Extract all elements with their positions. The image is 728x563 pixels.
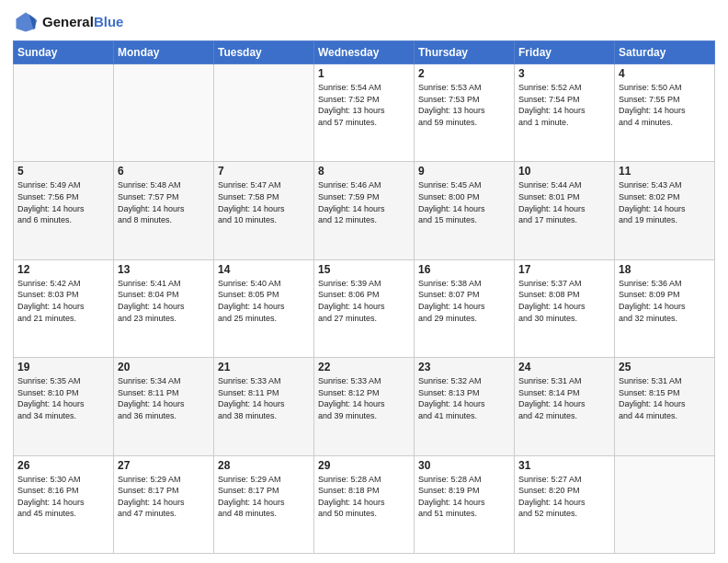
- calendar-cell: 26Sunrise: 5:30 AM Sunset: 8:16 PM Dayli…: [14, 455, 114, 553]
- calendar-cell: 30Sunrise: 5:28 AM Sunset: 8:19 PM Dayli…: [415, 455, 515, 553]
- day-number: 25: [619, 361, 711, 373]
- calendar-cell: [615, 455, 715, 553]
- cell-text: Sunrise: 5:29 AM Sunset: 8:17 PM Dayligh…: [218, 474, 310, 520]
- day-header-monday: Monday: [114, 41, 214, 64]
- calendar-cell: 29Sunrise: 5:28 AM Sunset: 8:18 PM Dayli…: [314, 455, 415, 553]
- calendar-cell: 9Sunrise: 5:45 AM Sunset: 8:00 PM Daylig…: [415, 162, 515, 259]
- calendar-cell: 19Sunrise: 5:35 AM Sunset: 8:10 PM Dayli…: [14, 358, 114, 455]
- day-number: 1: [318, 67, 410, 80]
- day-number: 27: [118, 459, 210, 472]
- day-header-saturday: Saturday: [615, 41, 715, 64]
- calendar-cell: [114, 64, 214, 162]
- calendar-cell: 11Sunrise: 5:43 AM Sunset: 8:02 PM Dayli…: [615, 162, 715, 259]
- cell-text: Sunrise: 5:30 AM Sunset: 8:16 PM Dayligh…: [17, 474, 109, 520]
- page: GeneralBlue SundayMondayTuesdayWednesday…: [0, 0, 728, 563]
- header: GeneralBlue: [13, 9, 715, 35]
- day-number: 11: [619, 165, 711, 178]
- day-number: 15: [318, 263, 410, 276]
- calendar-cell: 17Sunrise: 5:37 AM Sunset: 8:08 PM Dayli…: [515, 259, 615, 357]
- cell-text: Sunrise: 5:48 AM Sunset: 7:57 PM Dayligh…: [118, 179, 210, 225]
- day-number: 23: [418, 361, 510, 373]
- cell-text: Sunrise: 5:31 AM Sunset: 8:15 PM Dayligh…: [619, 375, 711, 421]
- day-number: 9: [418, 165, 510, 178]
- cell-text: Sunrise: 5:34 AM Sunset: 8:11 PM Dayligh…: [118, 375, 210, 421]
- calendar-week-2: 5Sunrise: 5:49 AM Sunset: 7:56 PM Daylig…: [14, 162, 715, 259]
- logo-icon: [13, 9, 39, 35]
- calendar-cell: 15Sunrise: 5:39 AM Sunset: 8:06 PM Dayli…: [314, 259, 415, 357]
- cell-text: Sunrise: 5:52 AM Sunset: 7:54 PM Dayligh…: [518, 82, 610, 128]
- calendar-cell: 4Sunrise: 5:50 AM Sunset: 7:55 PM Daylig…: [615, 64, 715, 162]
- day-number: 8: [318, 165, 410, 178]
- calendar-cell: 27Sunrise: 5:29 AM Sunset: 8:17 PM Dayli…: [114, 455, 214, 553]
- cell-text: Sunrise: 5:27 AM Sunset: 8:20 PM Dayligh…: [518, 474, 610, 520]
- day-header-sunday: Sunday: [14, 41, 114, 64]
- calendar-cell: [14, 64, 114, 162]
- cell-text: Sunrise: 5:53 AM Sunset: 7:53 PM Dayligh…: [418, 82, 510, 128]
- calendar-cell: 20Sunrise: 5:34 AM Sunset: 8:11 PM Dayli…: [114, 358, 214, 455]
- calendar-week-3: 12Sunrise: 5:42 AM Sunset: 8:03 PM Dayli…: [14, 259, 715, 357]
- cell-text: Sunrise: 5:43 AM Sunset: 8:02 PM Dayligh…: [619, 179, 711, 225]
- cell-text: Sunrise: 5:47 AM Sunset: 7:58 PM Dayligh…: [218, 179, 310, 225]
- cell-text: Sunrise: 5:41 AM Sunset: 8:04 PM Dayligh…: [118, 278, 210, 324]
- cell-text: Sunrise: 5:32 AM Sunset: 8:13 PM Dayligh…: [418, 375, 510, 421]
- cell-text: Sunrise: 5:40 AM Sunset: 8:05 PM Dayligh…: [218, 278, 310, 324]
- calendar-cell: 24Sunrise: 5:31 AM Sunset: 8:14 PM Dayli…: [515, 358, 615, 455]
- calendar-cell: 23Sunrise: 5:32 AM Sunset: 8:13 PM Dayli…: [415, 358, 515, 455]
- day-number: 16: [418, 263, 510, 276]
- cell-text: Sunrise: 5:39 AM Sunset: 8:06 PM Dayligh…: [318, 278, 410, 324]
- calendar-cell: 18Sunrise: 5:36 AM Sunset: 8:09 PM Dayli…: [615, 259, 715, 357]
- day-number: 13: [118, 263, 210, 276]
- calendar-cell: 13Sunrise: 5:41 AM Sunset: 8:04 PM Dayli…: [114, 259, 214, 357]
- day-number: 26: [17, 459, 109, 472]
- day-number: 29: [318, 459, 410, 472]
- cell-text: Sunrise: 5:33 AM Sunset: 8:11 PM Dayligh…: [218, 375, 310, 421]
- cell-text: Sunrise: 5:44 AM Sunset: 8:01 PM Dayligh…: [518, 179, 610, 225]
- calendar-cell: 6Sunrise: 5:48 AM Sunset: 7:57 PM Daylig…: [114, 162, 214, 259]
- cell-text: Sunrise: 5:28 AM Sunset: 8:18 PM Dayligh…: [318, 474, 410, 520]
- day-number: 14: [218, 263, 310, 276]
- day-number: 2: [418, 67, 510, 80]
- calendar-cell: 5Sunrise: 5:49 AM Sunset: 7:56 PM Daylig…: [14, 162, 114, 259]
- cell-text: Sunrise: 5:50 AM Sunset: 7:55 PM Dayligh…: [619, 82, 711, 128]
- calendar-cell: 1Sunrise: 5:54 AM Sunset: 7:52 PM Daylig…: [314, 64, 415, 162]
- calendar-cell: 22Sunrise: 5:33 AM Sunset: 8:12 PM Dayli…: [314, 358, 415, 455]
- calendar-cell: 14Sunrise: 5:40 AM Sunset: 8:05 PM Dayli…: [214, 259, 314, 357]
- cell-text: Sunrise: 5:49 AM Sunset: 7:56 PM Dayligh…: [17, 179, 109, 225]
- cell-text: Sunrise: 5:42 AM Sunset: 8:03 PM Dayligh…: [17, 278, 109, 324]
- day-number: 31: [518, 459, 610, 472]
- day-number: 19: [17, 361, 109, 373]
- calendar-week-4: 19Sunrise: 5:35 AM Sunset: 8:10 PM Dayli…: [14, 358, 715, 455]
- day-header-thursday: Thursday: [415, 41, 515, 64]
- day-number: 3: [518, 67, 610, 80]
- calendar-header-row: SundayMondayTuesdayWednesdayThursdayFrid…: [14, 41, 715, 64]
- day-number: 17: [518, 263, 610, 276]
- logo: GeneralBlue: [13, 9, 123, 35]
- cell-text: Sunrise: 5:31 AM Sunset: 8:14 PM Dayligh…: [518, 375, 610, 421]
- calendar-cell: 25Sunrise: 5:31 AM Sunset: 8:15 PM Dayli…: [615, 358, 715, 455]
- calendar-table: SundayMondayTuesdayWednesdayThursdayFrid…: [13, 40, 715, 554]
- calendar-week-5: 26Sunrise: 5:30 AM Sunset: 8:16 PM Dayli…: [14, 455, 715, 553]
- day-number: 22: [318, 361, 410, 373]
- calendar-cell: [214, 64, 314, 162]
- day-number: 12: [17, 263, 109, 276]
- cell-text: Sunrise: 5:45 AM Sunset: 8:00 PM Dayligh…: [418, 179, 510, 225]
- day-number: 30: [418, 459, 510, 472]
- calendar-cell: 12Sunrise: 5:42 AM Sunset: 8:03 PM Dayli…: [14, 259, 114, 357]
- day-number: 18: [619, 263, 711, 276]
- day-header-tuesday: Tuesday: [214, 41, 314, 64]
- calendar-cell: 31Sunrise: 5:27 AM Sunset: 8:20 PM Dayli…: [515, 455, 615, 553]
- day-number: 6: [118, 165, 210, 178]
- cell-text: Sunrise: 5:46 AM Sunset: 7:59 PM Dayligh…: [318, 179, 410, 225]
- day-number: 21: [218, 361, 310, 373]
- calendar-cell: 7Sunrise: 5:47 AM Sunset: 7:58 PM Daylig…: [214, 162, 314, 259]
- cell-text: Sunrise: 5:35 AM Sunset: 8:10 PM Dayligh…: [17, 375, 109, 421]
- cell-text: Sunrise: 5:38 AM Sunset: 8:07 PM Dayligh…: [418, 278, 510, 324]
- day-number: 7: [218, 165, 310, 178]
- cell-text: Sunrise: 5:33 AM Sunset: 8:12 PM Dayligh…: [318, 375, 410, 421]
- day-number: 10: [518, 165, 610, 178]
- day-number: 4: [619, 67, 711, 80]
- day-header-friday: Friday: [515, 41, 615, 64]
- logo-text: GeneralBlue: [42, 15, 123, 30]
- cell-text: Sunrise: 5:28 AM Sunset: 8:19 PM Dayligh…: [418, 474, 510, 520]
- calendar-cell: 3Sunrise: 5:52 AM Sunset: 7:54 PM Daylig…: [515, 64, 615, 162]
